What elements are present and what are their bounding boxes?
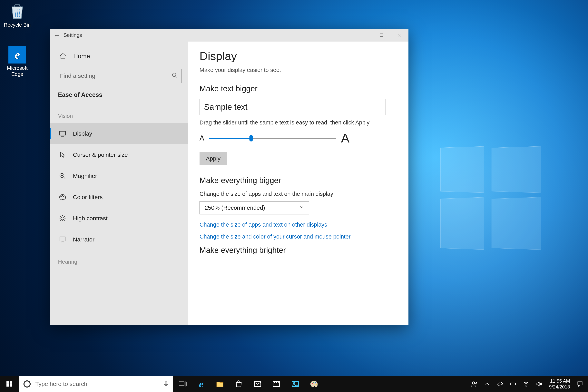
- svg-point-43: [313, 382, 314, 383]
- sidebar-search-input[interactable]: Find a setting: [56, 68, 182, 83]
- tray-action-center[interactable]: [574, 376, 586, 392]
- sidebar-item-display[interactable]: Display: [50, 123, 188, 144]
- minimize-button[interactable]: [354, 28, 372, 42]
- tray-volume[interactable]: [532, 376, 546, 392]
- tray-date: 9/24/2018: [549, 384, 570, 390]
- slider-hint: Drag the slider until the sample text is…: [200, 119, 397, 126]
- recycle-bin-icon: [8, 3, 26, 20]
- sidebar-item-cursor[interactable]: Cursor & pointer size: [50, 144, 188, 166]
- section-heading-brighter: Make everything brighter: [200, 246, 397, 254]
- svg-point-4: [172, 73, 176, 76]
- tray-overflow[interactable]: [481, 376, 494, 392]
- sidebar-category-vision: Vision: [50, 109, 188, 123]
- taskbar-app-paint[interactable]: [304, 376, 324, 392]
- taskbar-app-store[interactable]: [229, 376, 248, 392]
- system-tray: 11:55 AM 9/24/2018: [468, 376, 588, 392]
- tray-clock[interactable]: 11:55 AM 9/24/2018: [546, 378, 574, 390]
- slider-max-label: A: [341, 131, 350, 146]
- settings-content: Display Make your display easier to see.…: [188, 42, 408, 325]
- sidebar-item-color-filters[interactable]: Color filters: [50, 186, 188, 208]
- sidebar-item-label: High contrast: [73, 215, 108, 222]
- section-heading-text-bigger: Make text bigger: [200, 84, 397, 93]
- narrator-icon: [58, 236, 68, 243]
- tray-people[interactable]: [468, 376, 481, 392]
- svg-line-22: [60, 220, 61, 220]
- palette-icon: [58, 194, 68, 201]
- back-button[interactable]: ←: [50, 31, 64, 39]
- svg-point-46: [472, 382, 474, 384]
- svg-rect-30: [165, 382, 167, 384]
- sidebar-item-label: Magnifier: [73, 173, 97, 179]
- svg-rect-28: [10, 384, 12, 387]
- window-title: Settings: [64, 32, 82, 38]
- close-button[interactable]: [390, 28, 408, 42]
- sidebar-category-hearing: Hearing: [50, 250, 188, 269]
- mic-icon[interactable]: [159, 381, 173, 387]
- high-contrast-icon: [58, 215, 68, 222]
- tray-onedrive[interactable]: [494, 376, 507, 392]
- scale-dropdown-value: 250% (Recommended): [204, 204, 265, 211]
- start-button[interactable]: [0, 376, 19, 392]
- svg-point-12: [61, 196, 62, 197]
- taskbar-search[interactable]: Type here to search: [19, 376, 173, 392]
- svg-rect-27: [6, 384, 9, 387]
- sidebar-item-magnifier[interactable]: Magnifier: [50, 166, 188, 186]
- svg-rect-1: [380, 34, 383, 36]
- tray-battery[interactable]: [507, 376, 520, 392]
- svg-line-5: [176, 76, 177, 78]
- taskbar-app-movies[interactable]: [267, 376, 286, 392]
- cursor-icon: [58, 151, 68, 158]
- task-view-button[interactable]: [173, 376, 192, 392]
- desktop-icon-recycle-bin[interactable]: Recycle Bin: [2, 3, 33, 28]
- sidebar-item-narrator[interactable]: Narrator: [50, 229, 188, 250]
- tray-wifi[interactable]: [520, 376, 532, 392]
- taskbar-app-edge[interactable]: e: [192, 376, 210, 392]
- sample-text-box: Sample text: [200, 99, 386, 115]
- link-cursor-pointer[interactable]: Change the size and color of your cursor…: [200, 234, 397, 240]
- sidebar-item-label: Display: [73, 130, 92, 137]
- taskbar-search-placeholder: Type here to search: [35, 381, 159, 387]
- sidebar-home[interactable]: Home: [50, 48, 188, 65]
- svg-rect-26: [10, 382, 12, 384]
- svg-rect-34: [254, 382, 261, 386]
- taskbar-app-photos[interactable]: [286, 376, 304, 392]
- svg-rect-6: [60, 131, 66, 135]
- search-icon: [172, 72, 178, 80]
- svg-rect-48: [510, 383, 515, 385]
- sidebar-item-label: Cursor & pointer size: [73, 152, 128, 158]
- svg-rect-31: [179, 382, 184, 386]
- slider-min-label: A: [200, 134, 204, 142]
- svg-point-41: [294, 382, 295, 384]
- slider-thumb[interactable]: [249, 135, 253, 142]
- svg-line-21: [64, 220, 65, 220]
- svg-point-42: [312, 383, 313, 384]
- settings-sidebar: Home Find a setting Ease of Access Visio…: [50, 42, 188, 325]
- desktop-icon-edge[interactable]: e Microsoft Edge: [2, 46, 33, 77]
- chevron-down-icon: [299, 204, 304, 211]
- sidebar-heading: Ease of Access: [50, 88, 188, 109]
- taskbar-app-explorer[interactable]: [210, 376, 229, 392]
- sidebar-item-high-contrast[interactable]: High contrast: [50, 208, 188, 229]
- taskbar-app-mail[interactable]: [248, 376, 267, 392]
- page-title: Display: [200, 50, 397, 62]
- svg-line-20: [60, 216, 61, 217]
- page-subtitle: Make your display easier to see.: [200, 67, 397, 73]
- settings-window: ← Settings Home Find a setting Ease of A…: [50, 28, 408, 325]
- maximize-button[interactable]: [372, 28, 390, 42]
- tray-time: 11:55 AM: [549, 378, 570, 384]
- desktop-icon-label: Microsoft Edge: [2, 65, 33, 77]
- sidebar-item-label: Color filters: [73, 194, 103, 200]
- magnifier-icon: [58, 172, 68, 180]
- section-heading-everything-bigger: Make everything bigger: [200, 176, 397, 185]
- titlebar[interactable]: ← Settings: [50, 28, 408, 42]
- svg-line-9: [64, 177, 65, 179]
- svg-line-23: [64, 216, 65, 217]
- scale-dropdown[interactable]: 250% (Recommended): [200, 201, 309, 214]
- svg-point-14: [63, 196, 64, 197]
- svg-point-44: [315, 382, 316, 384]
- svg-point-15: [61, 217, 64, 220]
- text-size-slider[interactable]: [209, 135, 336, 141]
- scale-description: Change the size of apps and text on the …: [200, 191, 397, 197]
- link-other-displays[interactable]: Change the size of apps and text on othe…: [200, 222, 397, 228]
- apply-button[interactable]: Apply: [200, 152, 227, 165]
